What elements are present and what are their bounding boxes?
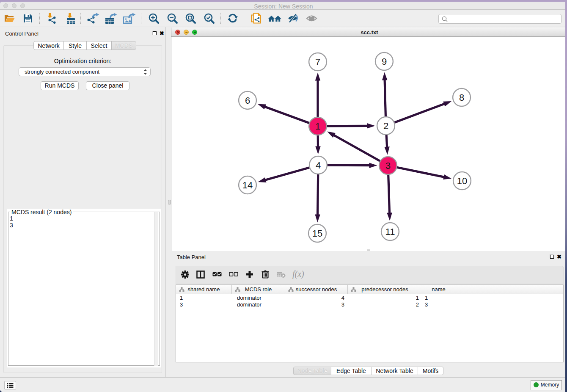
svg-text:9: 9 <box>382 56 387 67</box>
svg-text:3: 3 <box>385 160 391 171</box>
svg-text:1: 1 <box>315 121 320 132</box>
svg-text:7: 7 <box>315 57 320 67</box>
svg-text:14: 14 <box>242 180 253 190</box>
svg-text:6: 6 <box>245 95 250 106</box>
svg-text:11: 11 <box>385 226 395 237</box>
svg-text:10: 10 <box>457 176 467 186</box>
svg-text:8: 8 <box>459 92 464 103</box>
svg-text:15: 15 <box>312 228 322 239</box>
svg-text:4: 4 <box>316 160 321 171</box>
svg-text:2: 2 <box>383 121 388 131</box>
